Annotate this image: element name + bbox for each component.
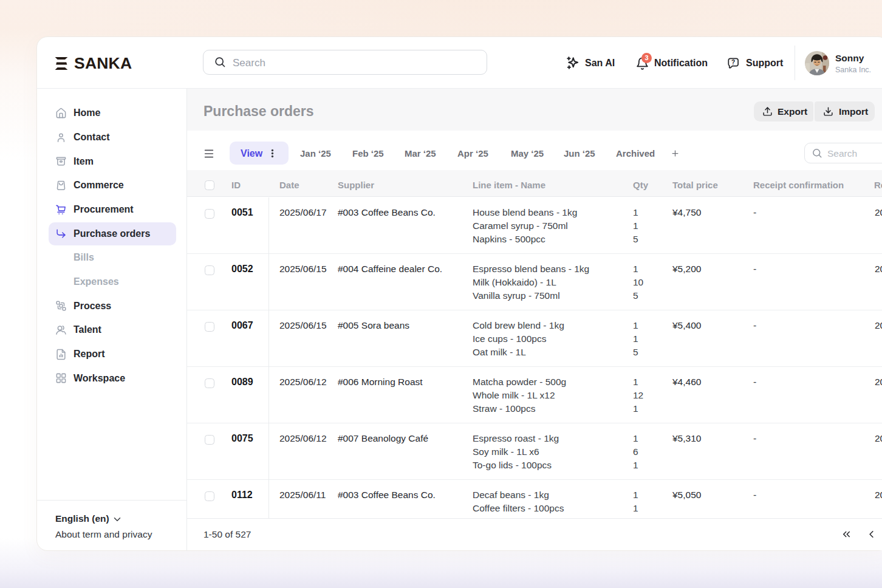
svg-text:?: ? (731, 59, 735, 66)
